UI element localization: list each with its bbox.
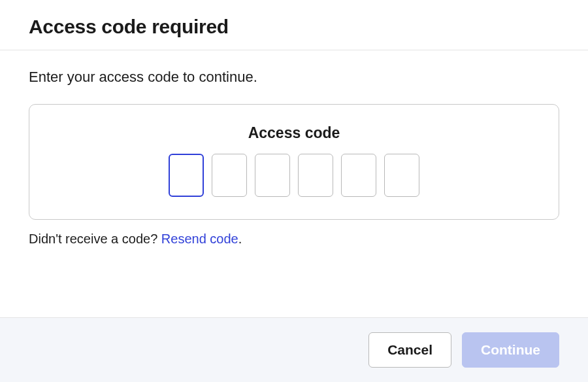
cancel-button[interactable]: Cancel (368, 332, 451, 368)
code-digit-4[interactable] (298, 154, 333, 197)
dialog-title: Access code required (29, 16, 559, 38)
dialog-footer: Cancel Continue (0, 317, 588, 382)
code-digit-5[interactable] (341, 154, 376, 197)
continue-button[interactable]: Continue (462, 332, 559, 368)
instruction-text: Enter your access code to continue. (29, 69, 559, 86)
access-code-panel: Access code (29, 104, 559, 220)
resend-suffix: . (238, 232, 242, 246)
access-code-inputs (42, 154, 546, 197)
code-digit-6[interactable] (384, 154, 419, 197)
dialog-body: Enter your access code to continue. Acce… (0, 50, 588, 317)
resend-row: Didn't receive a code? Resend code. (29, 232, 559, 247)
code-digit-3[interactable] (255, 154, 290, 197)
resend-prefix: Didn't receive a code? (29, 232, 161, 246)
access-code-label: Access code (42, 124, 546, 142)
resend-code-link[interactable]: Resend code (161, 232, 238, 246)
code-digit-1[interactable] (169, 154, 204, 197)
code-digit-2[interactable] (212, 154, 247, 197)
dialog-header: Access code required (0, 0, 588, 50)
